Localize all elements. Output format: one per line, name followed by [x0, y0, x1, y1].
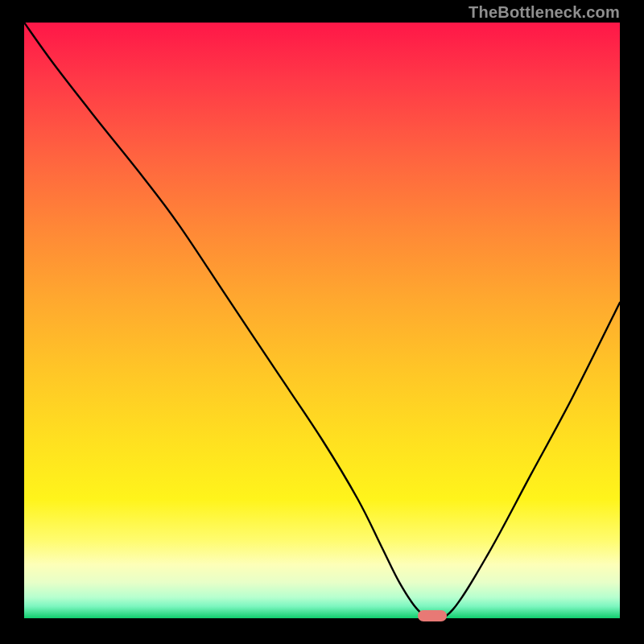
- chart-stage: TheBottleneck.com: [0, 0, 644, 644]
- watermark-text: TheBottleneck.com: [469, 3, 620, 22]
- plot-area: [24, 23, 620, 618]
- bottleneck-curve: [24, 23, 620, 618]
- optimal-marker: [418, 610, 447, 621]
